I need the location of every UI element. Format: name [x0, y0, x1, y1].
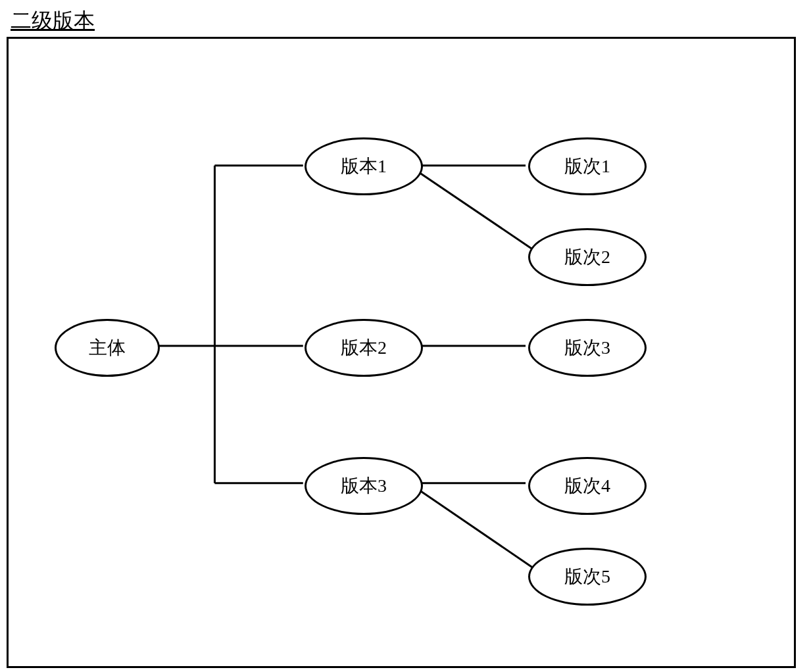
node-root: 主体 — [55, 319, 160, 377]
node-version-2: 版本2 — [305, 319, 423, 377]
node-revision-3: 版次3 — [528, 319, 647, 377]
node-revision-5: 版次5 — [528, 548, 647, 606]
node-revision-2: 版次2 — [528, 228, 647, 286]
svg-line-7 — [420, 173, 533, 250]
diagram-title: 二级版本 — [11, 7, 804, 36]
node-version-1: 版本1 — [305, 137, 423, 195]
diagram-frame: 主体 版本1 版本2 版本3 版次1 版次2 版次3 版次4 版次5 — [7, 37, 796, 668]
node-revision-1: 版次1 — [528, 137, 647, 195]
node-revision-4: 版次4 — [528, 457, 647, 515]
node-version-3: 版本3 — [305, 457, 423, 515]
svg-line-10 — [420, 491, 533, 568]
